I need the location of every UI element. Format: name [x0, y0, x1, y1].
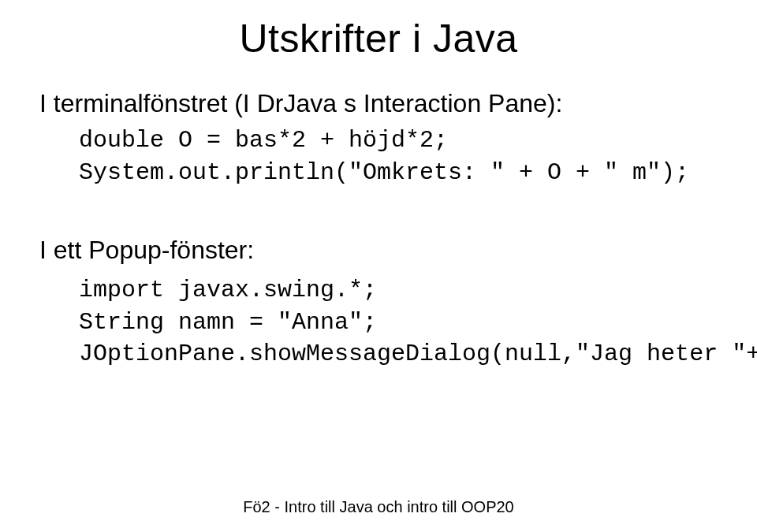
section-heading-popup: I ett Popup-fönster:	[39, 236, 718, 265]
code-line-2a: import javax.swing.*;	[79, 274, 718, 307]
code-line-1a: double O = bas*2 + höjd*2;	[79, 125, 718, 157]
section-heading-terminal: I terminalfönstret (I DrJava s Interacti…	[39, 89, 718, 118]
page-title: Utskrifter i Java	[39, 16, 718, 61]
code-line-1b: System.out.println("Omkrets: " + O + " m…	[79, 157, 718, 189]
footer-text: Fö2 - Intro till Java och intro till OOP…	[39, 498, 718, 516]
code-line-2c: JOptionPane.showMessageDialog(null,"Jag …	[79, 338, 718, 370]
code-line-2b: String namn = "Anna";	[79, 307, 718, 339]
